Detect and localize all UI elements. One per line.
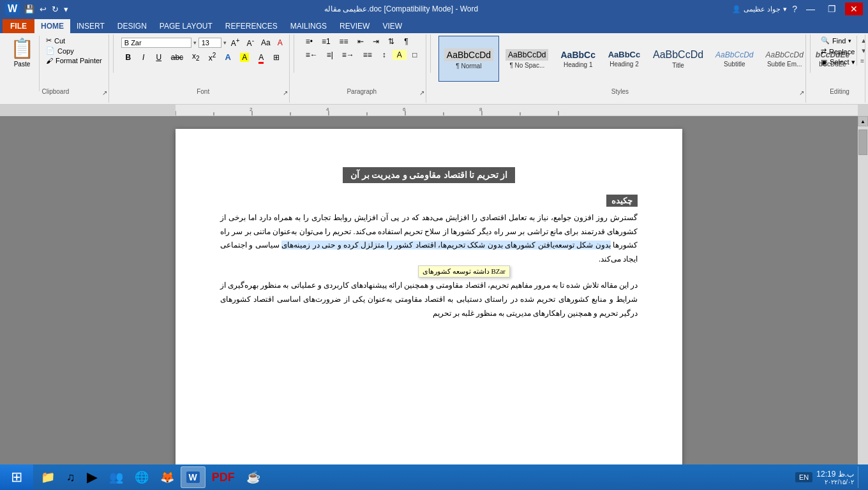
numbering-button[interactable]: ≡1	[318, 36, 334, 47]
tab-mailings[interactable]: MAILINGS	[284, 19, 333, 33]
select-button[interactable]: ▣ Select ▾	[818, 57, 858, 67]
font-size-box[interactable]: 13	[198, 38, 221, 48]
font-expander[interactable]: ↗	[283, 89, 288, 96]
text-highlight-color-button[interactable]: A	[236, 52, 253, 63]
style-subtitle[interactable]: AaBbCcDd Subtitle	[710, 36, 759, 82]
abstract-label: چکیده	[606, 195, 638, 207]
decrease-indent-button[interactable]: ⇤	[354, 36, 368, 47]
taskbar-item-java[interactable]: ☕	[241, 466, 266, 488]
editing-group: 🔍 Find ▾ ⇄ Replace ▣ Select ▾ Editing	[814, 34, 865, 103]
style-normal[interactable]: AaBbCcDd ¶ Normal	[438, 36, 499, 82]
strikethrough-button[interactable]: abc	[167, 52, 187, 63]
save-qat-button[interactable]: 💾	[22, 3, 36, 15]
borders-button[interactable]: ⊞	[269, 52, 283, 63]
paste-button[interactable]: 📋 Paste	[6, 36, 40, 91]
taskbar-item-media[interactable]: ♫	[61, 466, 80, 488]
decrease-font-button[interactable]: A-	[244, 36, 257, 49]
language-switcher[interactable]: EN	[795, 472, 812, 482]
pdf-icon: PDF	[212, 471, 235, 484]
taskbar-item-word[interactable]: W	[181, 466, 206, 488]
show-marks-button[interactable]: ¶	[400, 36, 414, 47]
redo-qat-button[interactable]: ↻	[50, 3, 61, 15]
user-dropdown[interactable]: ▾	[783, 5, 787, 13]
border-button[interactable]: □	[408, 49, 422, 61]
bullets-button[interactable]: ≡•	[302, 36, 317, 47]
tab-references[interactable]: REFERENCES	[219, 19, 284, 33]
ruler: 2 4 6 8	[0, 105, 868, 116]
document-title: عظیمی مقاله.doc [Compatibility Mode] - W…	[324, 4, 478, 13]
align-right-button[interactable]: ≡→	[338, 49, 358, 61]
start-button[interactable]: ⊞	[0, 464, 33, 490]
styles-expander[interactable]: ↗	[799, 89, 804, 96]
show-desktop-button[interactable]	[858, 466, 863, 488]
sort-button[interactable]: ⇅	[384, 36, 398, 47]
restore-button[interactable]: ❐	[824, 3, 840, 15]
taskbar-item-explorer[interactable]: 📁	[36, 466, 60, 488]
taskbar-item-firefox[interactable]: 🦊	[155, 466, 179, 488]
select-label: Select ▾	[830, 58, 855, 66]
justify-button[interactable]: ≡≡	[359, 49, 376, 61]
scroll-thumb[interactable]	[858, 130, 867, 155]
line-spacing-button[interactable]: ↕	[377, 49, 391, 61]
increase-indent-button[interactable]: ⇥	[369, 36, 383, 47]
style-h2-preview: AaBbCc	[608, 50, 641, 59]
tab-file[interactable]: FILE	[3, 19, 34, 33]
cut-button[interactable]: ✂ Cut	[43, 36, 105, 45]
style-subtle[interactable]: AaBbCcDd Subtle Em...	[760, 36, 809, 82]
firefox-icon: 🦊	[160, 470, 174, 484]
change-case-button[interactable]: Aa	[258, 37, 273, 48]
clipboard-expander[interactable]: ↗	[102, 89, 107, 96]
find-dropdown[interactable]: ▾	[848, 38, 851, 44]
taskbar-item-pdf[interactable]: PDF	[207, 466, 240, 488]
copy-button[interactable]: 📄 Copy	[43, 46, 105, 56]
taskbar-item-contacts[interactable]: 👥	[104, 466, 128, 488]
font-name-dropdown[interactable]: ▾	[193, 40, 197, 46]
align-center-button[interactable]: ≡|	[323, 49, 337, 61]
style-title[interactable]: AaBbCcDd Title	[647, 36, 709, 82]
paragraph-list-row: ≡• ≡1 ≡≡ ⇤ ⇥ ⇅ ¶	[302, 36, 414, 47]
scroll-up-button[interactable]: ▲	[858, 116, 868, 126]
style-heading1[interactable]: AaBbCc Heading 1	[555, 36, 601, 82]
font-name-box[interactable]: B Zar	[121, 38, 191, 48]
tab-home[interactable]: HOME	[34, 19, 70, 33]
user-name: جواد عظیمی	[744, 5, 781, 13]
taskbar-item-browser[interactable]: 🌐	[130, 466, 154, 488]
shading-button[interactable]: A	[393, 50, 407, 60]
user-icon: 👤	[732, 5, 741, 13]
tab-insert[interactable]: INSERT	[70, 19, 111, 33]
qat-dropdown[interactable]: ▾	[62, 3, 70, 15]
font-size-dropdown[interactable]: ▾	[223, 40, 227, 46]
style-heading2[interactable]: AaBbCc Heading 2	[602, 36, 647, 82]
close-button[interactable]: ✕	[845, 3, 863, 15]
format-painter-button[interactable]: 🖌 Format Painter	[43, 56, 105, 65]
minimize-button[interactable]: —	[802, 3, 819, 15]
clock-date: ۲۰۲۲/۱۵/۰۲	[816, 479, 854, 486]
increase-font-button[interactable]: A+	[228, 36, 243, 49]
subscript-button[interactable]: x2	[188, 50, 204, 63]
help-button[interactable]: ?	[792, 4, 797, 14]
tab-pagelayout[interactable]: PAGE LAYOUT	[153, 19, 219, 33]
text-highlight-button[interactable]: A	[275, 37, 285, 48]
taskbar-item-player[interactable]: ▶	[82, 466, 103, 488]
tab-design[interactable]: DESIGN	[111, 19, 153, 33]
bold-button[interactable]: B	[121, 52, 135, 63]
underline-button[interactable]: U	[152, 52, 166, 63]
superscript-button[interactable]: x2	[205, 50, 220, 64]
paragraph-expander[interactable]: ↗	[419, 89, 424, 96]
multilevel-button[interactable]: ≡≡	[336, 36, 352, 47]
font-color-button[interactable]: A	[254, 52, 268, 63]
text-effects-button[interactable]: A	[221, 51, 235, 63]
italic-button[interactable]: I	[137, 52, 151, 63]
undo-qat-button[interactable]: ↩	[38, 3, 49, 15]
style-nospace-preview: AaBbCcDd	[505, 49, 548, 61]
tab-review[interactable]: REVIEW	[333, 19, 376, 33]
style-h1-label: Heading 1	[564, 61, 593, 68]
replace-button[interactable]: ⇄ Replace	[818, 47, 857, 56]
style-nospace[interactable]: AaBbCcDd ¶ No Spac...	[500, 36, 554, 82]
align-left-button[interactable]: ≡←	[302, 49, 322, 61]
find-button[interactable]: 🔍 Find ▾	[818, 36, 854, 45]
style-subtle-preview: AaBbCcDd	[765, 50, 803, 59]
cut-icon: ✂	[46, 36, 52, 45]
tab-view[interactable]: VIEW	[376, 19, 408, 33]
style-subtitle-label: Subtitle	[724, 61, 745, 68]
